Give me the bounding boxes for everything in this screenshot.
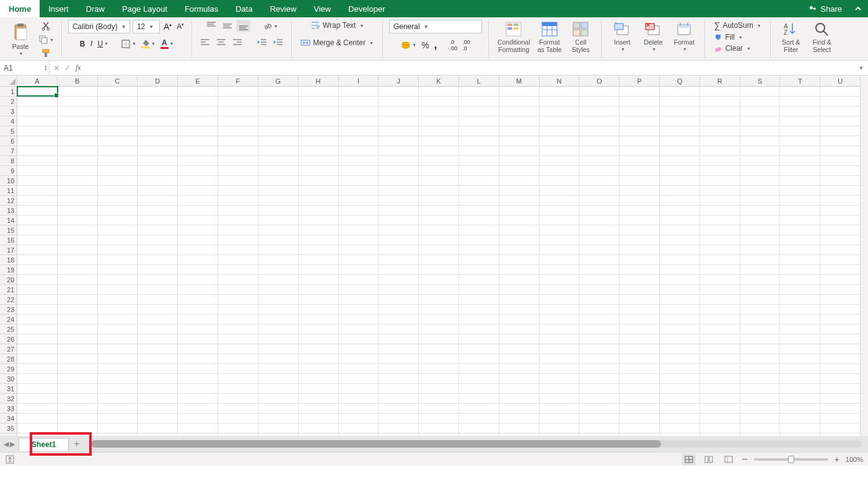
increase-indent-button[interactable]	[271, 36, 285, 48]
cell[interactable]	[379, 235, 419, 245]
cell[interactable]	[459, 324, 499, 334]
cell[interactable]	[258, 424, 299, 433]
row-header[interactable]: 27	[0, 344, 17, 354]
row-header[interactable]: 14	[0, 215, 17, 225]
cell[interactable]	[299, 255, 339, 264]
cell[interactable]	[419, 334, 459, 344]
cell[interactable]	[660, 235, 700, 245]
cell[interactable]	[138, 295, 178, 304]
cell[interactable]	[459, 156, 499, 165]
cell[interactable]	[459, 97, 499, 106]
cell[interactable]	[299, 166, 339, 175]
cell[interactable]	[740, 176, 781, 185]
cell[interactable]	[98, 394, 138, 403]
cells-area[interactable]	[17, 87, 861, 436]
row-header[interactable]: 29	[0, 364, 17, 374]
cell[interactable]	[620, 215, 660, 225]
cell[interactable]	[379, 87, 419, 96]
cell[interactable]	[700, 315, 740, 324]
cell[interactable]	[700, 384, 740, 393]
cell[interactable]	[700, 394, 740, 403]
cell[interactable]	[379, 384, 419, 393]
cell[interactable]	[58, 364, 98, 373]
cell[interactable]	[218, 394, 258, 403]
cell[interactable]	[540, 374, 580, 383]
cell[interactable]	[98, 324, 138, 334]
conditional-formatting-button[interactable]: Conditional Formatting	[495, 20, 533, 54]
cell[interactable]	[540, 235, 580, 245]
cell[interactable]	[299, 206, 339, 215]
cells-insert-button[interactable]: Insert▼	[608, 20, 636, 53]
cell[interactable]	[178, 374, 218, 383]
cell[interactable]	[459, 334, 499, 344]
cell[interactable]	[459, 354, 499, 363]
cell[interactable]	[258, 404, 299, 413]
cell[interactable]	[620, 166, 660, 175]
cell[interactable]	[820, 215, 861, 225]
cell[interactable]	[58, 156, 98, 165]
cell[interactable]	[379, 324, 419, 334]
cell[interactable]	[17, 394, 58, 403]
cell[interactable]	[820, 424, 861, 433]
clear-button[interactable]: Clear▼	[711, 43, 753, 53]
cell[interactable]	[379, 275, 419, 284]
cell[interactable]	[660, 106, 700, 116]
cell[interactable]	[218, 374, 258, 383]
cell[interactable]	[98, 136, 138, 146]
cell[interactable]	[138, 136, 178, 146]
cell[interactable]	[98, 196, 138, 205]
cell[interactable]	[218, 414, 258, 423]
cell[interactable]	[258, 374, 299, 383]
cell[interactable]	[379, 285, 419, 294]
cell[interactable]	[579, 374, 620, 383]
cell[interactable]	[339, 305, 379, 314]
name-box-spinner[interactable]: ▲▼	[44, 65, 48, 71]
cell[interactable]	[178, 404, 218, 413]
cell[interactable]	[419, 136, 459, 146]
cell[interactable]	[740, 206, 781, 215]
cell[interactable]	[700, 225, 740, 235]
cell[interactable]	[579, 334, 620, 344]
increase-decimal-button[interactable]: .0.00	[449, 38, 459, 53]
column-header[interactable]: M	[499, 76, 540, 87]
cell[interactable]	[339, 394, 379, 403]
cell[interactable]	[379, 424, 419, 433]
cell[interactable]	[419, 295, 459, 304]
cell[interactable]	[660, 364, 700, 373]
cell[interactable]	[138, 334, 178, 344]
cell[interactable]	[540, 344, 580, 354]
cell[interactable]	[339, 295, 379, 304]
cell[interactable]	[218, 265, 258, 274]
cell[interactable]	[379, 186, 419, 195]
percent-button[interactable]: %	[420, 39, 430, 51]
cell[interactable]	[780, 176, 820, 185]
cell[interactable]	[459, 116, 499, 126]
row-header[interactable]: 23	[0, 305, 17, 315]
cell[interactable]	[820, 374, 861, 383]
cell[interactable]	[499, 305, 540, 314]
cell[interactable]	[339, 116, 379, 126]
cell[interactable]	[138, 206, 178, 215]
cell[interactable]	[820, 285, 861, 294]
zoom-slider-thumb[interactable]	[788, 456, 794, 463]
cell[interactable]	[178, 215, 218, 225]
cell[interactable]	[419, 97, 459, 106]
cell[interactable]	[258, 265, 299, 274]
cell[interactable]	[419, 424, 459, 433]
cell[interactable]	[780, 225, 820, 235]
cell[interactable]	[780, 106, 820, 116]
cell[interactable]	[419, 315, 459, 324]
cell[interactable]	[579, 116, 620, 126]
cell[interactable]	[579, 156, 620, 165]
cell[interactable]	[820, 334, 861, 344]
cell[interactable]	[58, 176, 98, 185]
cell[interactable]	[780, 97, 820, 106]
cell[interactable]	[740, 245, 781, 254]
cell[interactable]	[540, 136, 580, 146]
cell[interactable]	[258, 295, 299, 304]
collapse-ribbon-button[interactable]	[848, 0, 868, 17]
cell[interactable]	[459, 265, 499, 274]
cell[interactable]	[258, 334, 299, 344]
row-header[interactable]: 31	[0, 384, 17, 394]
cell[interactable]	[499, 235, 540, 245]
